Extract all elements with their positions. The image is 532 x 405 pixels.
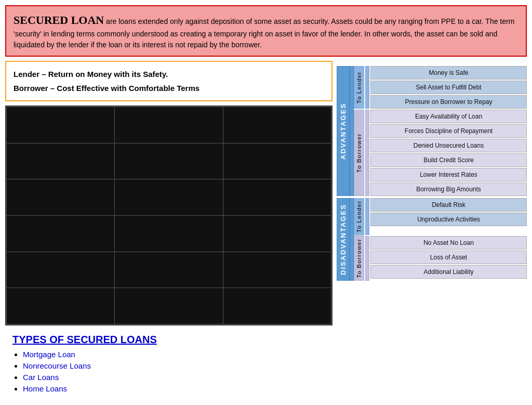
disadvantages-to-lender: To Lender Default Risk Unproductive Acti… (354, 198, 527, 235)
adv-borrower-item-1: Easy Availability of Loan (370, 110, 527, 123)
dis-lender-label: To Lender (354, 198, 364, 235)
home-loan-link[interactable]: Home Loans (23, 384, 67, 393)
dis-borrower-label: To Borrower (354, 236, 364, 281)
adv-borrower-items: Easy Availability of Loan Forces Discipl… (370, 110, 527, 196)
list-item: Mortgage Loan (23, 350, 325, 359)
dis-lender-items: Default Risk Unproductive Activities (370, 198, 527, 235)
table-cell (223, 288, 331, 324)
advantages-section: ADVANTAGES To Lender Money is Safe Sell … (337, 66, 527, 196)
dis-borrower-items: No Asset No Loan Loss of Asset Additiona… (370, 236, 527, 281)
adv-lender-label: To Lender (354, 66, 364, 109)
main-content: Lender – Return on Money with its Safety… (5, 61, 527, 400)
advantages-sub-sections: To Lender Money is Safe Sell Asset to Fu… (354, 66, 527, 196)
table-cell (223, 215, 331, 252)
dis-borrower-item-1: No Asset No Loan (370, 236, 527, 250)
dis-lender-item-2: Unproductive Activities (370, 213, 527, 226)
table-cell (115, 179, 223, 216)
adv-borrower-item-6: Borrowing Big Amounts (370, 182, 527, 196)
advantages-connector (350, 66, 354, 196)
list-item: Home Loans (23, 384, 325, 394)
table-cell (7, 143, 115, 179)
types-list: Mortgage Loan Nonrecourse Loans Car Loan… (12, 350, 325, 394)
borrower-line: Borrower – Cost Effective with Comfortab… (14, 81, 324, 95)
table-cell (115, 143, 223, 179)
table-cell (223, 143, 331, 179)
lender-line: Lender – Return on Money with its Safety… (14, 67, 324, 81)
adv-lender-items: Money is Safe Sell Asset to Fulfill Debt… (370, 66, 527, 109)
table-cell (7, 215, 115, 252)
lender-connector (365, 66, 369, 109)
adv-borrower-label: To Borrower (354, 110, 364, 196)
table-row (7, 288, 331, 324)
advantages-label: ADVANTAGES (337, 66, 350, 196)
advantages-to-borrower: To Borrower Easy Availability of Loan Fo… (354, 110, 527, 196)
car-loan-link[interactable]: Car Loans (23, 373, 59, 382)
table-area (5, 106, 332, 325)
table-cell (7, 179, 115, 216)
adv-borrower-item-5: Lower Interest Rates (370, 168, 527, 181)
disadvantages-sub-sections: To Lender Default Risk Unproductive Acti… (354, 198, 527, 281)
types-box: TYPES OF SECURED LOANS Mortgage Loan Non… (5, 330, 332, 400)
table-row (7, 179, 331, 216)
table-cell (223, 252, 331, 288)
table-cell (223, 179, 331, 216)
adv-lender-item-3: Pressure on Borrower to Repay (370, 95, 527, 109)
lender-borrower-box: Lender – Return on Money with its Safety… (5, 61, 332, 101)
disadvantages-connector (350, 198, 354, 281)
table-cell (115, 215, 223, 252)
page: SECURED LOAN are loans extended only aga… (0, 0, 532, 405)
adv-borrower-item-3: Denied Unsecured Loans (370, 139, 527, 152)
left-panel: Lender – Return on Money with its Safety… (5, 61, 332, 400)
table-row (7, 215, 331, 252)
table-cell (7, 288, 115, 324)
mortgage-loan-link[interactable]: Mortgage Loan (23, 350, 75, 359)
dis-borrower-item-3: Additional Liability (370, 265, 527, 279)
list-item: Car Loans (23, 373, 325, 382)
header-box: SECURED LOAN are loans extended only aga… (5, 5, 527, 57)
table-cell (7, 252, 115, 288)
adv-borrower-item-4: Build Credit Score (370, 153, 527, 167)
adv-lender-item-2: Sell Asset to Fulfill Debt (370, 81, 527, 94)
disadvantages-to-borrower: To Borrower No Asset No Loan Loss of Ass… (354, 236, 527, 281)
table-cell (223, 107, 331, 143)
table-cell (115, 252, 223, 288)
borrower-connector (365, 110, 369, 196)
table-row (7, 107, 331, 143)
page-title: SECURED LOAN (14, 14, 104, 27)
data-table (6, 107, 331, 324)
table-row (7, 252, 331, 288)
dis-borrower-connector (365, 236, 369, 281)
adv-lender-item-1: Money is Safe (370, 66, 527, 80)
types-title: TYPES OF SECURED LOANS (12, 334, 325, 346)
dis-lender-connector (365, 198, 369, 235)
adv-borrower-item-2: Forces Discipline of Repayment (370, 124, 527, 138)
table-cell (115, 107, 223, 143)
dis-borrower-item-2: Loss of Asset (370, 251, 527, 264)
table-row (7, 143, 331, 179)
table-cell (7, 107, 115, 143)
disadvantages-section: DISADVANTAGES To Lender Default Risk Unp… (337, 198, 527, 281)
advantages-to-lender: To Lender Money is Safe Sell Asset to Fu… (354, 66, 527, 109)
dis-lender-item-1: Default Risk (370, 198, 527, 212)
list-item: Nonrecourse Loans (23, 361, 325, 371)
disadvantages-label: DISADVANTAGES (337, 198, 350, 281)
right-panel: ADVANTAGES To Lender Money is Safe Sell … (337, 61, 527, 400)
nonrecourse-loan-link[interactable]: Nonrecourse Loans (23, 361, 91, 370)
table-cell (115, 288, 223, 324)
